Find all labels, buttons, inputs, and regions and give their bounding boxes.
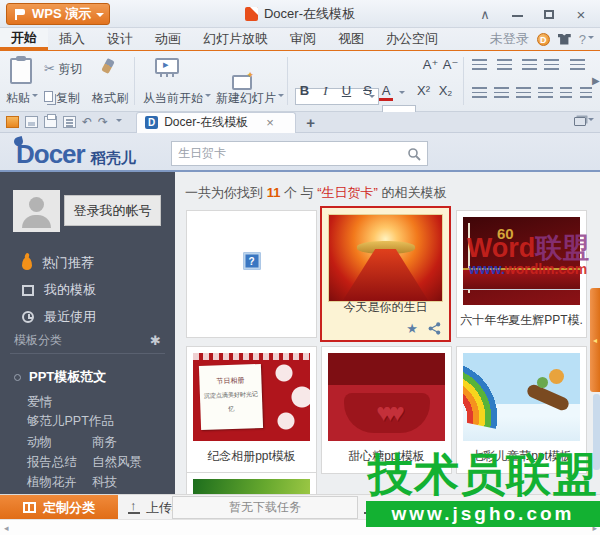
- text-direction-icon[interactable]: [570, 59, 585, 70]
- justify-icon[interactable]: [538, 87, 553, 98]
- new-file-icon[interactable]: [6, 116, 19, 128]
- search-icon[interactable]: [407, 147, 421, 161]
- sidebar-item-hot[interactable]: 热门推荐: [0, 250, 175, 276]
- tab-design[interactable]: 设计: [96, 28, 144, 50]
- increase-indent-icon[interactable]: [544, 59, 559, 70]
- vertical-scrollbar[interactable]: [593, 394, 600, 470]
- grow-font-button[interactable]: A⁺: [421, 57, 440, 72]
- bold-button[interactable]: B: [295, 83, 314, 98]
- undo-icon[interactable]: ↶: [82, 116, 92, 128]
- ribbon-toolbar: 粘贴 ✂ 剪切 复制 格式刷 从当前开始 新建幻灯片 A⁺ A⁻ B I U S…: [0, 51, 600, 112]
- line-spacing-icon[interactable]: [580, 87, 592, 98]
- template-card-60th[interactable]: 60 六十年华夏生辉PPT模.: [456, 210, 587, 338]
- upload-icon: [128, 501, 140, 514]
- star-icon[interactable]: ★: [406, 321, 418, 336]
- horizontal-scrollbar[interactable]: ◂ ▸: [0, 519, 600, 535]
- tab-docer-online-templates[interactable]: D Docer-在线模板 ×: [136, 112, 296, 133]
- maximize-icon[interactable]: [540, 7, 558, 22]
- sidebar-item-my-templates[interactable]: 我的模板: [0, 277, 175, 303]
- tab-close-icon[interactable]: ×: [266, 115, 274, 130]
- close-icon[interactable]: ×: [572, 6, 590, 23]
- tab-office-space[interactable]: 办公空间: [375, 28, 449, 50]
- help-icon[interactable]: ?: [579, 32, 594, 47]
- category-animal[interactable]: 动物: [27, 434, 52, 451]
- category-ppt-root[interactable]: PPT模板范文: [14, 368, 106, 386]
- category-report[interactable]: 报告总结: [27, 454, 77, 471]
- template-card-candy[interactable]: ♥♥♥ 甜心糖ppt模板: [321, 346, 452, 474]
- section-title: 模板分类: [14, 332, 62, 349]
- italic-button[interactable]: I: [316, 83, 335, 99]
- sidebar-item-recent[interactable]: 最近使用: [0, 304, 175, 330]
- download-icon: [364, 501, 376, 514]
- tab-home[interactable]: 开始: [0, 28, 48, 50]
- side-panel-handle[interactable]: ◂: [590, 288, 600, 392]
- login-status[interactable]: 未登录: [490, 30, 529, 48]
- chevron-down-icon: [96, 13, 104, 21]
- distribute-icon[interactable]: [560, 87, 572, 98]
- print-preview-icon[interactable]: [63, 116, 76, 128]
- download-manager-button[interactable]: 下载管理: [364, 495, 429, 520]
- copy-button[interactable]: 复制: [44, 90, 80, 107]
- font-color-caret-icon[interactable]: [399, 91, 405, 97]
- numbered-list-icon[interactable]: [497, 59, 512, 70]
- tab-review[interactable]: 审阅: [279, 28, 327, 50]
- shrink-font-button[interactable]: A⁻: [441, 57, 460, 72]
- login-button[interactable]: 登录我的帐号: [64, 195, 161, 226]
- template-card-rainbow[interactable]: 七彩儿童节ppt模板: [456, 346, 587, 474]
- category-business[interactable]: 商务: [92, 434, 117, 451]
- format-painter-button[interactable]: 格式刷: [92, 90, 128, 107]
- underline-button[interactable]: U: [337, 83, 356, 98]
- tab-list-icon[interactable]: [574, 115, 594, 129]
- redo-icon[interactable]: ↷: [98, 116, 108, 128]
- template-card-birthday-selected[interactable]: 今天是你的生日 ★: [320, 206, 451, 342]
- align-left-icon[interactable]: [472, 87, 487, 98]
- from-current-button[interactable]: 从当前开始: [143, 90, 211, 107]
- new-slide-icon[interactable]: [232, 75, 252, 90]
- template-card-album[interactable]: 节日相册沉淀点滴美好时光记忆 纪念相册ppt模板: [186, 346, 317, 474]
- from-current-icon[interactable]: [155, 58, 179, 74]
- gear-icon[interactable]: ✱: [150, 333, 161, 348]
- minimize-icon[interactable]: [508, 7, 526, 22]
- docer-icon[interactable]: D: [537, 33, 550, 46]
- template-card-loading[interactable]: ?: [186, 210, 317, 338]
- paste-icon[interactable]: [10, 58, 32, 84]
- search-input[interactable]: [178, 147, 401, 161]
- skin-icon[interactable]: [558, 34, 571, 45]
- wps-menu-button[interactable]: WPS 演示: [6, 3, 110, 25]
- quick-access-caret-icon[interactable]: [116, 119, 122, 125]
- align-right-icon[interactable]: [516, 87, 531, 98]
- ribbon-overflow-icon[interactable]: ▶: [592, 75, 600, 86]
- superscript-button[interactable]: X²: [414, 83, 433, 98]
- custom-category-button[interactable]: 定制分类: [0, 495, 118, 520]
- subscript-button[interactable]: X₂: [436, 83, 455, 98]
- print-icon[interactable]: [44, 116, 57, 128]
- save-icon[interactable]: [25, 116, 38, 128]
- tab-slideshow[interactable]: 幻灯片放映: [192, 28, 279, 50]
- new-tab-button[interactable]: +: [306, 114, 315, 131]
- footer-bar: 定制分类 上传模板 暂无下载任务 下载管理: [0, 494, 600, 519]
- scroll-left-icon[interactable]: ◂: [4, 523, 9, 533]
- collapse-ribbon-icon[interactable]: ∧: [476, 7, 494, 22]
- align-center-icon[interactable]: [494, 87, 509, 98]
- tab-animation[interactable]: 动画: [144, 28, 192, 50]
- results-summary: 一共为你找到 11 个 与 “生日贺卡” 的相关模板: [185, 184, 447, 202]
- new-slide-button[interactable]: 新建幻灯片: [216, 90, 284, 107]
- category-love[interactable]: 爱情: [27, 394, 52, 411]
- format-painter-icon[interactable]: [104, 59, 112, 76]
- template-results-panel: 一共为你找到 11 个 与 “生日贺卡” 的相关模板 ? 今天是你的生日 ★: [175, 172, 600, 494]
- share-icon[interactable]: [428, 322, 441, 335]
- window-title: Docer-在线模板: [264, 5, 355, 23]
- bullet-list-icon[interactable]: [472, 59, 487, 70]
- category-nature[interactable]: 自然风景: [92, 454, 142, 471]
- strikethrough-button[interactable]: S: [358, 83, 377, 98]
- category-goufaner[interactable]: 够范儿PPT作品: [27, 413, 114, 430]
- paste-button[interactable]: 粘贴: [6, 90, 38, 107]
- cut-button[interactable]: ✂ 剪切: [44, 61, 82, 78]
- font-color-button[interactable]: A: [379, 83, 393, 101]
- template-card-partial[interactable]: [186, 472, 317, 494]
- tab-view[interactable]: 视图: [327, 28, 375, 50]
- scroll-right-icon[interactable]: ▸: [592, 523, 597, 533]
- decrease-indent-icon[interactable]: [522, 59, 537, 70]
- tab-insert[interactable]: 插入: [48, 28, 96, 50]
- template-title: 甜心糖ppt模板: [322, 448, 451, 465]
